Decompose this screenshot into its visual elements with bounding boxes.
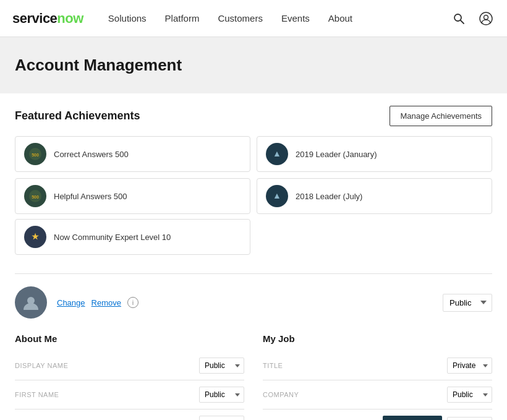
achievement-item: ★ Now Community Expert Level 10 xyxy=(15,219,250,255)
my-job-title: My Job xyxy=(263,333,492,344)
last-name-privacy[interactable]: PublicPrivateFriends xyxy=(199,416,244,420)
work-email-privacy[interactable]: PublicPrivateFriends xyxy=(447,417,492,420)
about-me-title: About Me xyxy=(15,333,244,344)
achievement-item: 500 Helpful Answers 500 xyxy=(15,178,250,214)
manage-achievements-button[interactable]: Manage Achievements xyxy=(390,106,492,126)
company-input[interactable] xyxy=(263,390,442,399)
svg-text:▲: ▲ xyxy=(273,191,281,200)
achievement-badge: 500 xyxy=(24,185,46,207)
achievement-label: 2018 Leader (July) xyxy=(296,192,362,201)
nav-customers[interactable]: Customers xyxy=(218,13,263,24)
achievement-label: Helpful Answers 500 xyxy=(54,192,127,201)
nav-solutions[interactable]: Solutions xyxy=(108,13,147,24)
achievements-title: Featured Achievements xyxy=(15,109,140,122)
first-name-privacy[interactable]: PublicPrivateFriends xyxy=(199,387,244,403)
nav-events[interactable]: Events xyxy=(281,13,310,24)
main-content: Featured Achievements Manage Achievement… xyxy=(0,106,507,420)
first-name-row: PublicPrivateFriends xyxy=(15,380,244,409)
section-divider xyxy=(15,273,492,274)
achievement-badge: ▲ xyxy=(266,185,288,207)
navigation: servicenow Solutions Platform Customers … xyxy=(0,0,507,37)
achievement-label: 2019 Leader (January) xyxy=(296,150,377,159)
achievements-header: Featured Achievements Manage Achievement… xyxy=(15,106,492,126)
work-email-row: Update Email PublicPrivateFriends xyxy=(263,409,492,420)
company-privacy[interactable]: PublicPrivateFriends xyxy=(447,387,492,403)
company-row: PublicPrivateFriends xyxy=(263,380,492,409)
nav-about[interactable]: About xyxy=(328,13,352,24)
achievement-item: 500 Correct Answers 500 xyxy=(15,136,250,172)
achievement-badge: ★ xyxy=(24,226,46,248)
change-photo-link[interactable]: Change xyxy=(57,298,85,307)
nav-icons xyxy=(450,10,495,27)
achievement-item: ▲ 2018 Leader (July) xyxy=(257,178,492,214)
info-icon[interactable]: i xyxy=(127,297,138,308)
update-email-button[interactable]: Update Email xyxy=(383,416,442,420)
avatar xyxy=(15,286,47,319)
profile-section: Change Remove i Public Private Friends A… xyxy=(15,286,492,420)
profile-top: Change Remove i Public Private Friends xyxy=(15,286,492,319)
user-icon[interactable] xyxy=(477,10,495,27)
achievement-label: Now Community Expert Level 10 xyxy=(54,233,171,242)
last-name-row: PublicPrivateFriends xyxy=(15,409,244,420)
photo-privacy-select[interactable]: Public Private Friends xyxy=(443,294,492,312)
achievements-grid-bottom: ★ Now Community Expert Level 10 xyxy=(15,219,492,255)
svg-point-3 xyxy=(484,15,488,19)
svg-text:500: 500 xyxy=(32,153,39,157)
display-name-input[interactable] xyxy=(15,361,194,370)
profile-form: About Me PublicPrivateFriends PublicPriv… xyxy=(15,333,492,420)
about-me-column: About Me PublicPrivateFriends PublicPriv… xyxy=(15,333,244,420)
page-header: Account Management xyxy=(0,37,507,93)
logo-text: servicenow xyxy=(12,11,83,27)
nav-platform[interactable]: Platform xyxy=(165,13,200,24)
achievements-grid-top: 500 Correct Answers 500 ▲ 2019 Leader (J… xyxy=(15,136,492,214)
achievement-badge: 500 xyxy=(24,143,46,165)
title-input[interactable] xyxy=(263,361,442,370)
logo[interactable]: servicenow xyxy=(12,11,83,27)
title-privacy[interactable]: PublicPrivateFriends xyxy=(447,358,492,374)
display-name-privacy[interactable]: PublicPrivateFriends xyxy=(199,358,244,374)
svg-point-0 xyxy=(454,14,461,21)
achievement-label: Correct Answers 500 xyxy=(54,150,129,159)
avatar-container xyxy=(15,286,47,319)
svg-text:▲: ▲ xyxy=(273,148,281,158)
page-title: Account Management xyxy=(15,56,492,75)
achievement-badge: ▲ xyxy=(266,143,288,165)
svg-text:★: ★ xyxy=(32,232,39,241)
first-name-input[interactable] xyxy=(15,390,194,399)
my-job-column: My Job PublicPrivateFriends PublicPrivat… xyxy=(263,333,492,420)
svg-line-1 xyxy=(461,20,464,24)
achievement-item: ▲ 2019 Leader (January) xyxy=(257,136,492,172)
remove-photo-link[interactable]: Remove xyxy=(92,298,121,307)
title-row: PublicPrivateFriends xyxy=(263,351,492,380)
display-name-row: PublicPrivateFriends xyxy=(15,351,244,380)
search-icon[interactable] xyxy=(450,10,467,27)
nav-links: Solutions Platform Customers Events Abou… xyxy=(108,13,450,24)
profile-actions: Change Remove i xyxy=(57,297,138,308)
svg-text:500: 500 xyxy=(32,195,39,199)
